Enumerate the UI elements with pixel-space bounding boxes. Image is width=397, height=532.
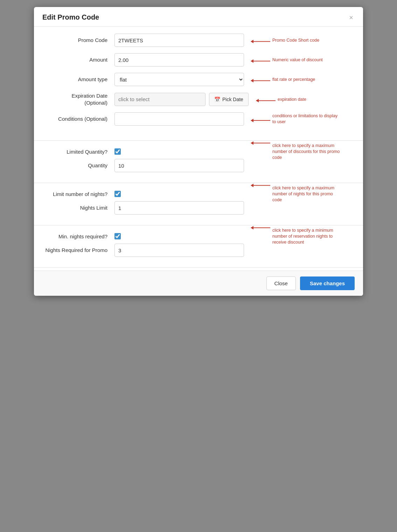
conditions-annotation: conditions or limitations to display to …	[251, 113, 341, 125]
amount-type-select[interactable]: flat percentage	[114, 73, 244, 86]
modal-header: Edit Promo Code ×	[34, 7, 363, 27]
annotation-text: click here to specify a maximum number o…	[272, 185, 341, 203]
arrow-line	[251, 227, 270, 228]
arrow-line	[251, 41, 270, 42]
expiration-date-label: Expiration Date (Optional)	[44, 92, 114, 106]
arrow-line	[251, 80, 270, 81]
expiration-wrapper: 📅 Pick Date	[114, 93, 249, 106]
calendar-icon: 📅	[214, 97, 220, 102]
limited-quantity-checkbox[interactable]	[114, 148, 121, 155]
amount-annotation: Numeric value of discount	[251, 57, 323, 63]
nights-limit-row: Nights Limit	[44, 201, 353, 215]
expiration-date-input[interactable]	[114, 93, 206, 106]
limited-quantity-label: Limited Quantity?	[44, 149, 114, 155]
divider-1	[34, 140, 363, 141]
conditions-label: Conditions (Optional)	[44, 115, 114, 122]
min-nights-label: Min. nights required?	[44, 233, 114, 239]
amount-input[interactable]	[114, 53, 244, 66]
pick-date-button[interactable]: 📅 Pick Date	[209, 93, 249, 106]
quantity-input[interactable]	[114, 159, 244, 172]
limited-quantity-check-row: Limited Quantity? click here to specify …	[44, 148, 353, 155]
conditions-input[interactable]	[114, 112, 244, 126]
divider-2	[34, 183, 363, 183]
nights-promo-row: Nights Required for Promo	[44, 244, 353, 257]
limit-nights-section: Limit number of nights? click here to sp…	[34, 186, 363, 222]
divider-3	[34, 225, 363, 225]
modal-footer: Close Save changes	[34, 271, 363, 296]
annotation-text: Promo Code Short code	[272, 37, 319, 43]
divider-4	[34, 267, 363, 268]
save-changes-button[interactable]: Save changes	[300, 276, 355, 290]
promo-code-row: Promo Code Promo Code Short code	[44, 34, 353, 47]
close-button[interactable]: Close	[266, 276, 296, 290]
promo-code-annotation: Promo Code Short code	[251, 37, 319, 43]
quantity-row: Quantity	[44, 159, 353, 172]
promo-code-input[interactable]	[114, 34, 244, 47]
arrow-line	[251, 120, 270, 121]
expiration-date-row: Expiration Date (Optional) 📅 Pick Date e…	[44, 92, 353, 106]
min-nights-section: Min. nights required? click here to spec…	[34, 228, 363, 265]
modal-title: Edit Promo Code	[42, 13, 99, 21]
modal-close-button[interactable]: ×	[348, 14, 355, 21]
annotation-text: flat rate or percentage	[272, 77, 315, 83]
limit-nights-checkbox[interactable]	[114, 191, 121, 197]
modal-body: Promo Code Promo Code Short code Amount …	[34, 27, 363, 268]
annotation-text: click here to specify a maximum number o…	[272, 143, 341, 161]
min-nights-annotation: click here to specify a minimum number o…	[251, 227, 341, 245]
min-nights-check-row: Min. nights required? click here to spec…	[44, 233, 353, 239]
amount-type-row: Amount type flat percentage flat rate or…	[44, 73, 353, 86]
nights-limit-input[interactable]	[114, 201, 244, 215]
limited-quantity-annotation: click here to specify a maximum number o…	[251, 143, 341, 161]
arrow-line	[251, 61, 270, 62]
min-nights-checkbox[interactable]	[114, 233, 121, 239]
limit-nights-annotation: click here to specify a maximum number o…	[251, 185, 341, 203]
limit-nights-check-row: Limit number of nights? click here to sp…	[44, 191, 353, 197]
conditions-row: Conditions (Optional) conditions or limi…	[44, 112, 353, 126]
nights-promo-input[interactable]	[114, 244, 244, 257]
arrow-line	[251, 185, 270, 186]
annotation-text: click here to specify a minimum number o…	[272, 227, 341, 245]
amount-label: Amount	[44, 56, 114, 63]
arrow-line	[256, 100, 276, 101]
arrow-line	[251, 143, 270, 144]
edit-promo-modal: Edit Promo Code × Promo Code Promo Code …	[34, 7, 363, 296]
nights-promo-label: Nights Required for Promo	[44, 247, 114, 254]
amount-type-annotation: flat rate or percentage	[251, 77, 315, 83]
promo-form-section: Promo Code Promo Code Short code Amount …	[34, 30, 363, 138]
expiration-annotation: expiration date	[256, 96, 306, 102]
promo-code-label: Promo Code	[44, 37, 114, 44]
amount-row: Amount Numeric value of discount	[44, 53, 353, 66]
amount-type-label: Amount type	[44, 76, 114, 83]
limited-quantity-section: Limited Quantity? click here to specify …	[34, 144, 363, 180]
annotation-text: expiration date	[278, 96, 306, 102]
annotation-text: conditions or limitations to display to …	[272, 113, 341, 125]
quantity-label: Quantity	[44, 162, 114, 169]
nights-limit-label: Nights Limit	[44, 204, 114, 211]
annotation-text: Numeric value of discount	[272, 57, 323, 63]
limit-nights-label: Limit number of nights?	[44, 191, 114, 197]
